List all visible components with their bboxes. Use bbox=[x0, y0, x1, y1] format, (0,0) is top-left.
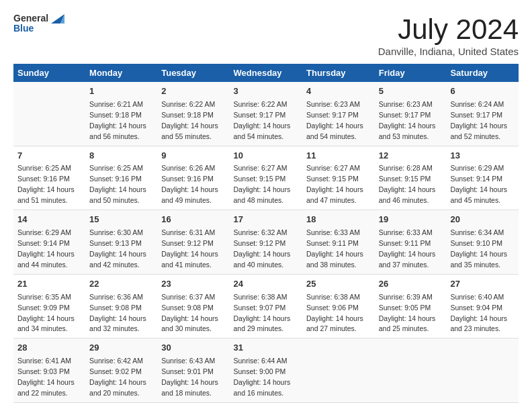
day-number: 31 bbox=[234, 342, 298, 355]
cell-info: Sunrise: 6:40 AMSunset: 9:04 PMDaylight:… bbox=[450, 293, 507, 333]
day-number: 21 bbox=[17, 278, 81, 291]
calendar-table: SundayMondayTuesdayWednesdayThursdayFrid… bbox=[13, 64, 519, 403]
day-number: 10 bbox=[234, 150, 298, 163]
calendar-cell: 21 Sunrise: 6:35 AMSunset: 9:09 PMDaylig… bbox=[13, 274, 85, 338]
calendar-cell: 30 Sunrise: 6:43 AMSunset: 9:01 PMDaylig… bbox=[157, 338, 229, 403]
cell-info: Sunrise: 6:29 AMSunset: 9:14 PMDaylight:… bbox=[17, 228, 75, 269]
calendar-cell: 14 Sunrise: 6:29 AMSunset: 9:14 PMDaylig… bbox=[13, 210, 85, 275]
calendar-cell: 11 Sunrise: 6:27 AMSunset: 9:15 PMDaylig… bbox=[302, 146, 375, 210]
cell-info: Sunrise: 6:31 AMSunset: 9:12 PMDaylight:… bbox=[161, 228, 218, 269]
cell-info: Sunrise: 6:25 AMSunset: 9:16 PMDaylight:… bbox=[17, 164, 75, 204]
calendar-week-4: 21 Sunrise: 6:35 AMSunset: 9:09 PMDaylig… bbox=[13, 274, 519, 338]
calendar-cell: 10 Sunrise: 6:27 AMSunset: 9:15 PMDaylig… bbox=[230, 146, 302, 210]
cell-info: Sunrise: 6:27 AMSunset: 9:15 PMDaylight:… bbox=[234, 164, 291, 204]
day-header-tuesday: Tuesday bbox=[157, 64, 229, 82]
calendar-cell: 31 Sunrise: 6:44 AMSunset: 9:00 PMDaylig… bbox=[230, 338, 302, 403]
cell-info: Sunrise: 6:43 AMSunset: 9:01 PMDaylight:… bbox=[161, 357, 218, 397]
day-number: 8 bbox=[89, 150, 153, 163]
cell-info: Sunrise: 6:30 AMSunset: 9:13 PMDaylight:… bbox=[89, 228, 146, 269]
calendar-cell: 12 Sunrise: 6:28 AMSunset: 9:15 PMDaylig… bbox=[375, 146, 447, 210]
cell-info: Sunrise: 6:33 AMSunset: 9:11 PMDaylight:… bbox=[379, 228, 436, 269]
cell-info: Sunrise: 6:26 AMSunset: 9:16 PMDaylight:… bbox=[161, 164, 218, 204]
calendar-cell: 8 Sunrise: 6:25 AMSunset: 9:16 PMDayligh… bbox=[85, 146, 157, 210]
logo-bird-icon bbox=[51, 14, 64, 33]
day-header-friday: Friday bbox=[375, 64, 447, 82]
calendar-cell: 5 Sunrise: 6:23 AMSunset: 9:17 PMDayligh… bbox=[375, 82, 447, 146]
day-number: 20 bbox=[450, 214, 515, 226]
calendar-cell: 26 Sunrise: 6:39 AMSunset: 9:05 PMDaylig… bbox=[375, 274, 447, 338]
day-number: 25 bbox=[306, 278, 371, 291]
day-number: 6 bbox=[450, 85, 515, 98]
cell-info: Sunrise: 6:33 AMSunset: 9:11 PMDaylight:… bbox=[306, 228, 363, 269]
calendar-week-2: 7 Sunrise: 6:25 AMSunset: 9:16 PMDayligh… bbox=[13, 146, 519, 210]
day-number: 23 bbox=[161, 278, 225, 291]
cell-info: Sunrise: 6:39 AMSunset: 9:05 PMDaylight:… bbox=[379, 293, 436, 333]
cell-info: Sunrise: 6:28 AMSunset: 9:15 PMDaylight:… bbox=[379, 164, 436, 204]
calendar-cell: 7 Sunrise: 6:25 AMSunset: 9:16 PMDayligh… bbox=[13, 146, 85, 210]
cell-info: Sunrise: 6:42 AMSunset: 9:02 PMDaylight:… bbox=[89, 357, 146, 397]
calendar-cell bbox=[302, 338, 375, 403]
calendar-cell: 16 Sunrise: 6:31 AMSunset: 9:12 PMDaylig… bbox=[157, 210, 229, 275]
logo-general: General bbox=[13, 13, 48, 24]
calendar-cell bbox=[13, 82, 85, 146]
calendar-cell: 2 Sunrise: 6:22 AMSunset: 9:18 PMDayligh… bbox=[157, 82, 229, 146]
page-header: General Blue July 2024 Danville, Indiana… bbox=[13, 13, 519, 57]
cell-info: Sunrise: 6:22 AMSunset: 9:18 PMDaylight:… bbox=[161, 100, 218, 140]
cell-info: Sunrise: 6:38 AMSunset: 9:06 PMDaylight:… bbox=[306, 293, 363, 333]
day-number: 22 bbox=[89, 278, 153, 291]
day-number: 11 bbox=[306, 150, 371, 163]
day-header-monday: Monday bbox=[85, 64, 157, 82]
calendar-cell: 4 Sunrise: 6:23 AMSunset: 9:17 PMDayligh… bbox=[302, 82, 375, 146]
day-number: 14 bbox=[17, 214, 81, 226]
title-block: July 2024 Danville, Indiana, United Stat… bbox=[378, 13, 519, 57]
day-number: 3 bbox=[234, 85, 298, 98]
calendar-cell: 6 Sunrise: 6:24 AMSunset: 9:17 PMDayligh… bbox=[446, 82, 519, 146]
calendar-cell: 19 Sunrise: 6:33 AMSunset: 9:11 PMDaylig… bbox=[375, 210, 447, 275]
calendar-cell: 20 Sunrise: 6:34 AMSunset: 9:10 PMDaylig… bbox=[446, 210, 519, 275]
cell-info: Sunrise: 6:32 AMSunset: 9:12 PMDaylight:… bbox=[234, 228, 291, 269]
cell-info: Sunrise: 6:25 AMSunset: 9:16 PMDaylight:… bbox=[89, 164, 146, 204]
cell-info: Sunrise: 6:21 AMSunset: 9:18 PMDaylight:… bbox=[89, 100, 146, 140]
logo-blue: Blue bbox=[13, 24, 48, 34]
day-number: 26 bbox=[379, 278, 443, 291]
calendar-week-1: 1 Sunrise: 6:21 AMSunset: 9:18 PMDayligh… bbox=[13, 82, 519, 146]
day-number: 2 bbox=[161, 85, 225, 98]
day-number: 5 bbox=[379, 85, 443, 98]
day-number: 30 bbox=[161, 342, 225, 355]
calendar-cell: 27 Sunrise: 6:40 AMSunset: 9:04 PMDaylig… bbox=[446, 274, 519, 338]
calendar-cell: 18 Sunrise: 6:33 AMSunset: 9:11 PMDaylig… bbox=[302, 210, 375, 275]
day-number: 18 bbox=[306, 214, 371, 226]
cell-info: Sunrise: 6:35 AMSunset: 9:09 PMDaylight:… bbox=[17, 293, 75, 333]
cell-info: Sunrise: 6:23 AMSunset: 9:17 PMDaylight:… bbox=[379, 100, 436, 140]
location: Danville, Indiana, United States bbox=[378, 46, 519, 57]
day-number: 9 bbox=[161, 150, 225, 163]
calendar-cell bbox=[375, 338, 447, 403]
cell-info: Sunrise: 6:37 AMSunset: 9:08 PMDaylight:… bbox=[161, 293, 218, 333]
calendar-cell: 28 Sunrise: 6:41 AMSunset: 9:03 PMDaylig… bbox=[13, 338, 85, 403]
day-header-thursday: Thursday bbox=[302, 64, 375, 82]
day-number: 15 bbox=[89, 214, 153, 226]
cell-info: Sunrise: 6:29 AMSunset: 9:14 PMDaylight:… bbox=[450, 164, 507, 204]
calendar-cell: 9 Sunrise: 6:26 AMSunset: 9:16 PMDayligh… bbox=[157, 146, 229, 210]
day-number: 19 bbox=[379, 214, 443, 226]
calendar-cell: 13 Sunrise: 6:29 AMSunset: 9:14 PMDaylig… bbox=[446, 146, 519, 210]
calendar-week-5: 28 Sunrise: 6:41 AMSunset: 9:03 PMDaylig… bbox=[13, 338, 519, 403]
day-number: 24 bbox=[234, 278, 298, 291]
cell-info: Sunrise: 6:44 AMSunset: 9:00 PMDaylight:… bbox=[234, 357, 291, 397]
day-number: 16 bbox=[161, 214, 225, 226]
day-header-sunday: Sunday bbox=[13, 64, 85, 82]
day-number: 4 bbox=[306, 85, 371, 98]
calendar-cell bbox=[446, 338, 519, 403]
calendar-cell: 1 Sunrise: 6:21 AMSunset: 9:18 PMDayligh… bbox=[85, 82, 157, 146]
calendar-cell: 17 Sunrise: 6:32 AMSunset: 9:12 PMDaylig… bbox=[230, 210, 302, 275]
calendar-week-3: 14 Sunrise: 6:29 AMSunset: 9:14 PMDaylig… bbox=[13, 210, 519, 275]
cell-info: Sunrise: 6:22 AMSunset: 9:17 PMDaylight:… bbox=[234, 100, 291, 140]
cell-info: Sunrise: 6:34 AMSunset: 9:10 PMDaylight:… bbox=[450, 228, 507, 269]
calendar-cell: 22 Sunrise: 6:36 AMSunset: 9:08 PMDaylig… bbox=[85, 274, 157, 338]
logo: General Blue bbox=[13, 13, 64, 34]
cell-info: Sunrise: 6:36 AMSunset: 9:08 PMDaylight:… bbox=[89, 293, 146, 333]
day-header-wednesday: Wednesday bbox=[230, 64, 302, 82]
day-number: 17 bbox=[234, 214, 298, 226]
cell-info: Sunrise: 6:38 AMSunset: 9:07 PMDaylight:… bbox=[234, 293, 291, 333]
calendar-cell: 23 Sunrise: 6:37 AMSunset: 9:08 PMDaylig… bbox=[157, 274, 229, 338]
